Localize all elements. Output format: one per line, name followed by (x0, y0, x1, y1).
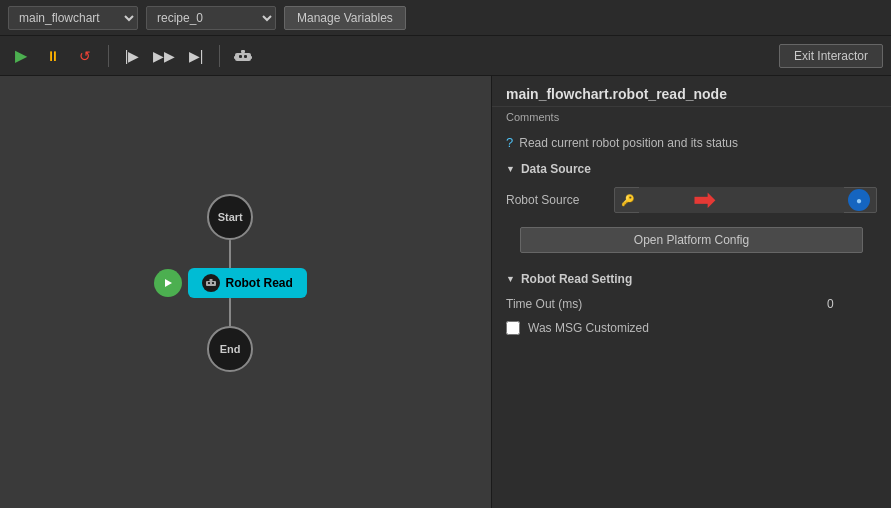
robot-source-input-container: 🔑 ➡ (614, 187, 877, 213)
to-end-button[interactable]: ▶| (183, 43, 209, 69)
comments-label: Comments (492, 107, 891, 129)
right-panel: main_flowchart.robot_read_node Comments … (491, 76, 891, 508)
robot-button[interactable] (230, 43, 256, 69)
svg-rect-10 (209, 279, 212, 281)
start-node[interactable]: Start (207, 194, 253, 240)
robot-source-dropdown[interactable] (639, 187, 844, 213)
pause-button[interactable]: ⏸ (40, 43, 66, 69)
panel-title: main_flowchart.robot_read_node (492, 76, 891, 107)
toolbar-separator-1 (108, 45, 109, 67)
canvas-area[interactable]: Start Rob (0, 76, 491, 508)
robot-read-setting-header[interactable]: ▼ Robot Read Setting (492, 266, 891, 292)
robot-read-label: Robot Read (225, 276, 292, 290)
end-label: End (220, 343, 241, 355)
timeout-label: Time Out (ms) (506, 297, 827, 311)
data-source-triangle: ▼ (506, 164, 515, 174)
top-bar: main_flowchart recipe_0 Manage Variables (0, 0, 891, 36)
lock-icon: 🔑 (621, 194, 635, 207)
toolbar-separator-2 (219, 45, 220, 67)
stop-button[interactable]: ↺ (72, 43, 98, 69)
timeout-row: Time Out (ms) 0 (492, 292, 891, 316)
svg-marker-6 (164, 279, 171, 287)
was-msg-row: Was MSG Customized (492, 316, 891, 340)
svg-rect-2 (244, 55, 247, 58)
was-msg-label: Was MSG Customized (528, 321, 649, 335)
svg-rect-3 (241, 50, 245, 53)
svg-rect-4 (234, 56, 236, 59)
flow-container: Start Rob (153, 194, 306, 372)
svg-rect-0 (235, 53, 251, 61)
data-source-label: Data Source (521, 162, 591, 176)
robot-read-setting-triangle: ▼ (506, 274, 515, 284)
robot-read-setting-label: Robot Read Setting (521, 272, 632, 286)
connector-start-to-robot (229, 240, 231, 268)
flowchart-select[interactable]: main_flowchart (8, 6, 138, 30)
info-icon: ? (506, 135, 513, 150)
connector-robot-to-end (229, 298, 231, 326)
start-label: Start (218, 211, 243, 223)
was-msg-checkbox[interactable] (506, 321, 520, 335)
open-platform-button[interactable]: Open Platform Config (520, 227, 863, 253)
svg-rect-5 (250, 56, 252, 59)
play-button[interactable]: ▶ (8, 43, 34, 69)
robot-read-node[interactable]: Robot Read (187, 268, 306, 298)
robot-source-row: Robot Source 🔑 ➡ (492, 182, 891, 218)
svg-rect-7 (205, 281, 215, 286)
step-button[interactable]: |▶ (119, 43, 145, 69)
main-content: Start Rob (0, 76, 891, 508)
exit-interactor-button[interactable]: Exit Interactor (779, 44, 883, 68)
info-row: ? Read current robot position and its st… (492, 129, 891, 156)
robot-source-label: Robot Source (506, 193, 606, 207)
end-node[interactable]: End (207, 326, 253, 372)
svg-rect-1 (239, 55, 242, 58)
recipe-select[interactable]: recipe_0 (146, 6, 276, 30)
timeout-value: 0 (827, 297, 877, 311)
robot-read-row: Robot Read (153, 268, 306, 298)
robot-source-config-button[interactable] (848, 189, 870, 211)
svg-rect-8 (207, 282, 209, 284)
robot-read-node-icon (201, 274, 219, 292)
svg-rect-9 (211, 282, 213, 284)
data-source-header[interactable]: ▼ Data Source (492, 156, 891, 182)
play-node-button[interactable] (153, 269, 181, 297)
open-platform-row: Open Platform Config (492, 218, 891, 266)
fast-forward-button[interactable]: ▶▶ (151, 43, 177, 69)
manage-variables-button[interactable]: Manage Variables (284, 6, 406, 30)
toolbar: ▶ ⏸ ↺ |▶ ▶▶ ▶| Exit Interactor (0, 36, 891, 76)
info-text: Read current robot position and its stat… (519, 136, 738, 150)
